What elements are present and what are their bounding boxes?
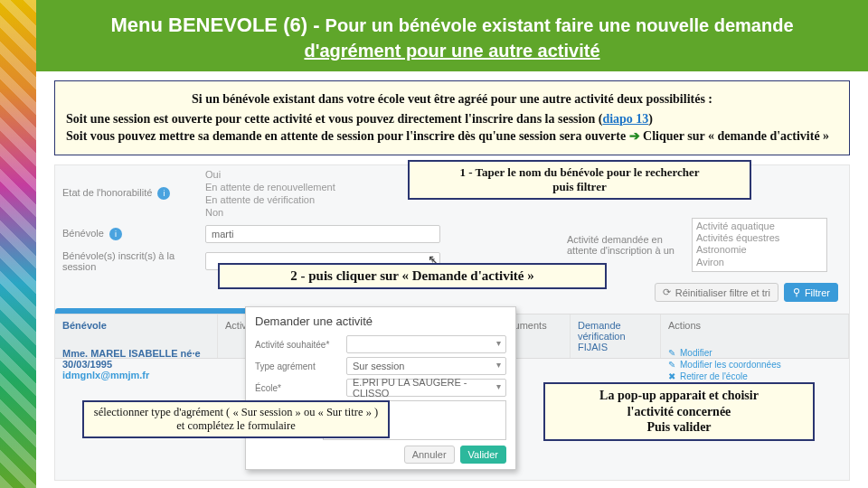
benevole-label: Bénévole i (62, 228, 198, 240)
callout-popup: La pop-up apparait et choisir l'activité… (543, 382, 815, 441)
etat-label: Etat de l'honorabilité i (62, 187, 198, 200)
main-area: Menu BENEVOLE (6) - Pour un bénévole exi… (36, 0, 868, 481)
popup-type-label: Type agrément (255, 361, 341, 371)
remove-icon: ✖ (668, 371, 677, 381)
callout-step1: 1 - Taper le nom du bénévole pour le rec… (408, 160, 751, 200)
callout-step2: 2 - puis cliquer sur « Demande d'activit… (218, 263, 607, 289)
filter-toolbar: ⟳Réinitialiser filtre et tri ⚲Filtrer (655, 283, 838, 302)
reset-icon: ⟳ (663, 286, 672, 298)
title-line1-prefix: Menu BENEVOLE (6) - (110, 14, 325, 36)
decorative-sidebar (0, 0, 36, 488)
popup-activite-select[interactable] (346, 335, 506, 353)
slide-title-bar: Menu BENEVOLE (6) - Pour un bénévole exi… (36, 0, 868, 71)
reset-filter-button[interactable]: ⟳Réinitialiser filtre et tri (655, 283, 778, 302)
demande-activite-popup: Demander une activité Activité souhaitée… (245, 306, 516, 470)
title-line1-rest: Pour un bénévole existant faire une nouv… (326, 15, 794, 35)
popup-type-select[interactable]: Sur session (346, 357, 506, 375)
arrow-icon: ➔ (629, 129, 640, 143)
pencil-icon: ✎ (668, 348, 677, 358)
filter-button[interactable]: ⚲Filtrer (784, 283, 838, 302)
email-link[interactable]: idmgnlx@mmjm.fr (62, 370, 211, 380)
callout-form-help: sélectionner type d'agrément ( « Sur ses… (82, 400, 390, 438)
popup-activite-label: Activité souhaitée* (255, 340, 341, 350)
filter-icon: ⚲ (792, 286, 801, 298)
slide-title: Menu BENEVOLE (6) - Pour un bénévole exi… (72, 13, 832, 62)
pencil-icon: ✎ (668, 360, 677, 370)
popup-title: Demander une activité (255, 314, 506, 328)
intro-option1: Soit une session est ouverte pour cette … (66, 112, 838, 127)
activite-label: Activité demandée en attente d'inscripti… (567, 234, 684, 256)
popup-cancel-button[interactable]: Annuler (404, 446, 455, 464)
intro-option2: Soit vous pouvez mettre sa demande en at… (66, 128, 838, 144)
popup-validate-button[interactable]: Valider (460, 446, 506, 464)
session-label: Bénévole(s) inscrit(s) à la session (62, 250, 198, 272)
app-screenshot: Etat de l'honorabilité i Oui En attente … (54, 164, 850, 481)
info-icon[interactable]: i (109, 228, 122, 240)
action-modify[interactable]: ✎Modifier (668, 348, 842, 358)
intro-box: Si un bénévole existant dans votre école… (54, 80, 850, 155)
activite-listbox[interactable]: Activité aquatique Activités équestres A… (692, 218, 827, 272)
intro-lead: Si un bénévole existant dans votre école… (66, 92, 838, 107)
benevole-input[interactable]: marti (205, 225, 440, 243)
info-icon[interactable]: i (157, 187, 170, 200)
etat-options[interactable]: Oui En attente de renouvellement En atte… (205, 169, 335, 218)
action-coords[interactable]: ✎Modifier les coordonnées (668, 360, 842, 370)
action-retire[interactable]: ✖Retirer de l'école (668, 371, 842, 381)
title-line2: d'agrément pour une autre activité (304, 41, 599, 61)
popup-school-label: École* (255, 383, 341, 393)
diapo-link[interactable]: diapo 13 (602, 112, 648, 126)
right-filter-panel: Activité demandée en attente d'inscripti… (567, 218, 838, 277)
popup-school-select[interactable]: E.PRI PU LA SAUGERE - CLISSO (346, 379, 506, 397)
